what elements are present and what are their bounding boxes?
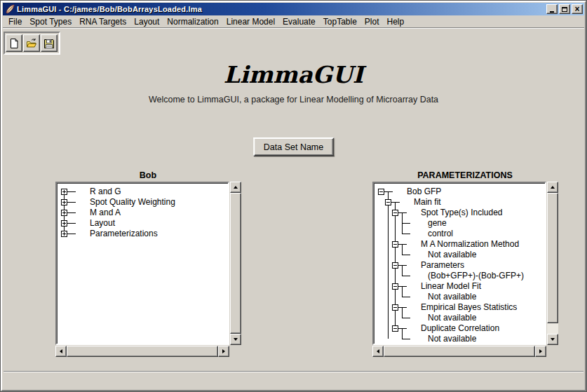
menu-item-help[interactable]: Help <box>387 17 405 27</box>
scroll-right-button[interactable] <box>218 346 229 357</box>
arrow-down-icon <box>551 338 555 341</box>
tree-item-empirical-bayes-statistics[interactable]: Empirical Bayes Statistics <box>421 302 517 313</box>
tree-collapse-box[interactable] <box>392 325 398 332</box>
arrow-left-icon <box>377 349 379 353</box>
menu-bar: FileSpot TypesRNA TargetsLayoutNormaliza… <box>3 15 584 28</box>
tree-item-not-available[interactable]: Not available <box>428 334 476 344</box>
page-title: LimmaGUI <box>1 61 586 88</box>
tk-feather-icon[interactable] <box>5 4 15 14</box>
scroll-left-button[interactable] <box>55 346 67 357</box>
maximize-button[interactable] <box>559 4 570 14</box>
parameterizations-tree-vertical-scrollbar[interactable] <box>547 182 558 345</box>
new-button[interactable] <box>6 34 22 52</box>
tree-expand-box[interactable] <box>61 231 67 237</box>
title-bar[interactable]: LimmaGUI - C:/james/Bob/BobArraysLoaded.… <box>3 3 584 15</box>
tree-item-parameterizations[interactable]: Parameterizations <box>90 229 158 239</box>
scrollbar-thumb[interactable] <box>547 193 558 323</box>
menu-item-evaluate[interactable]: Evaluate <box>283 17 316 27</box>
toolbar <box>4 32 60 55</box>
tree-item-not-available[interactable]: Not available <box>428 313 476 323</box>
scroll-up-button[interactable] <box>547 182 558 193</box>
scroll-down-button[interactable] <box>547 334 558 345</box>
bob-tree-horizontal-scrollbar[interactable] <box>55 346 229 357</box>
tree-connector <box>67 191 76 192</box>
tree-item-main-fit[interactable]: Main fit <box>414 197 441 208</box>
tree-item-m-and-a[interactable]: M and A <box>90 208 121 218</box>
menu-item-layout[interactable]: Layout <box>134 17 159 27</box>
tree-connector <box>402 244 403 255</box>
tree-item-spot-quality-weighting[interactable]: Spot Quality Weighting <box>90 197 175 208</box>
menu-item-linear-model[interactable]: Linear Model <box>227 17 275 27</box>
data-set-name-button[interactable]: Data Set Name <box>253 137 334 156</box>
bob-tree-vertical-scrollbar[interactable] <box>230 182 241 345</box>
scrollbar-thumb[interactable] <box>384 346 535 357</box>
arrow-down-icon <box>234 338 238 341</box>
tree-collapse-box[interactable] <box>385 199 391 205</box>
save-button[interactable] <box>41 34 58 52</box>
tree-connector <box>402 255 410 255</box>
tree-item-r-and-g[interactable]: R and G <box>90 187 121 197</box>
parameterizations-tree-canvas[interactable]: Bob GFPMain fitSpot Type(s) Includedgene… <box>372 182 546 345</box>
scroll-up-button[interactable] <box>230 182 241 193</box>
tree-connector <box>402 297 410 297</box>
tree-item-spot-type-s-included[interactable]: Spot Type(s) Included <box>421 208 503 218</box>
bob-tree-surface: R and GSpot Quality WeightingM and ALayo… <box>58 184 228 344</box>
tree-item-duplicate-correlation[interactable]: Duplicate Correlation <box>421 323 499 334</box>
tree-connector <box>384 191 393 192</box>
tree-connector <box>398 212 407 213</box>
arrow-left-icon <box>60 349 62 353</box>
tree-item-bob-gfp[interactable]: Bob GFP <box>407 187 441 197</box>
tree-item-linear-model-fit[interactable]: Linear Model Fit <box>421 281 481 292</box>
bob-tree-canvas[interactable]: R and GSpot Quality WeightingM and ALayo… <box>55 182 229 345</box>
tree-collapse-box[interactable] <box>392 304 398 311</box>
open-folder-icon <box>26 38 37 49</box>
save-floppy-icon <box>43 38 55 49</box>
scroll-down-button[interactable] <box>230 334 241 345</box>
menu-item-file[interactable]: File <box>8 17 22 27</box>
parameterizations-tree-surface: Bob GFPMain fitSpot Type(s) Includedgene… <box>375 184 545 344</box>
tree-connector <box>402 234 410 234</box>
tree-expand-box[interactable] <box>61 210 67 216</box>
tree-collapse-box[interactable] <box>392 283 398 290</box>
bob-tree: R and GSpot Quality WeightingM and ALayo… <box>55 182 241 357</box>
tree-item-not-available[interactable]: Not available <box>428 292 476 302</box>
tree-connector <box>398 244 407 245</box>
tree-item-control[interactable]: control <box>428 229 453 239</box>
open-button[interactable] <box>23 34 40 52</box>
parameterizations-tree-horizontal-scrollbar[interactable] <box>372 346 546 357</box>
scroll-left-button[interactable] <box>372 346 384 357</box>
tree-expand-box[interactable] <box>61 220 67 227</box>
arrow-up-icon <box>234 186 238 189</box>
window-title: LimmaGUI - C:/james/Bob/BobArraysLoaded.… <box>17 5 202 13</box>
tree-collapse-box[interactable] <box>392 241 398 248</box>
tree-expand-box[interactable] <box>61 189 67 195</box>
tree-item-bob-gfp-bob-gfp[interactable]: (Bob+GFP+)-(Bob-GFP+) <box>428 271 524 281</box>
minimize-button[interactable] <box>546 4 558 14</box>
arrow-up-icon <box>551 186 555 189</box>
close-button[interactable]: × <box>572 4 583 14</box>
tree-collapse-box[interactable] <box>392 262 398 269</box>
menu-item-normalization[interactable]: Normalization <box>167 17 218 27</box>
new-file-icon <box>8 38 20 49</box>
tree-item-m-a-normalization-method[interactable]: M A Normalization Method <box>421 239 519 250</box>
tree-expand-box[interactable] <box>61 199 67 205</box>
menu-item-plot[interactable]: Plot <box>365 17 379 27</box>
tree-item-gene[interactable]: gene <box>428 218 447 229</box>
app-window: LimmaGUI - C:/james/Bob/BobArraysLoaded.… <box>0 0 587 392</box>
tree-collapse-box[interactable] <box>392 210 398 216</box>
scrollbar-thumb[interactable] <box>67 346 218 357</box>
tree-item-layout[interactable]: Layout <box>90 218 115 229</box>
tree-connector <box>402 307 403 318</box>
minimize-icon <box>550 11 554 13</box>
menu-item-spot-types[interactable]: Spot Types <box>29 17 72 27</box>
scroll-right-button[interactable] <box>535 346 546 357</box>
tree-item-parameters[interactable]: Parameters <box>421 260 464 271</box>
tree-item-not-available[interactable]: Not available <box>428 250 476 260</box>
menu-item-rna-targets[interactable]: RNA Targets <box>79 17 126 27</box>
scrollbar-thumb[interactable] <box>230 193 241 334</box>
tree-connector <box>388 191 389 339</box>
tree-collapse-box[interactable] <box>378 189 384 195</box>
tree-connector <box>67 223 76 224</box>
tree-connector <box>67 202 76 203</box>
menu-item-toptable[interactable]: TopTable <box>323 17 357 27</box>
